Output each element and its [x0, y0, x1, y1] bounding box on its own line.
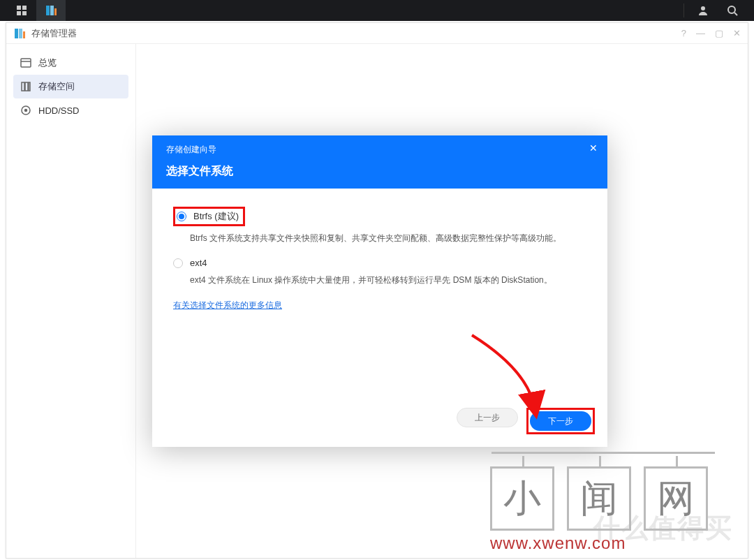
- svg-rect-5: [50, 6, 54, 15]
- storage-icon: [20, 81, 31, 92]
- svg-rect-2: [17, 11, 21, 15]
- close-icon[interactable]: ✕: [733, 28, 741, 38]
- dialog-close-icon[interactable]: ✕: [589, 142, 598, 154]
- os-taskbar: [0, 0, 754, 21]
- svg-rect-17: [29, 82, 30, 91]
- option-description: Btrfs 文件系统支持共享文件夹快照和复制、共享文件夹空间配额、高级数据完整性…: [190, 232, 586, 245]
- overview-icon: [20, 57, 31, 68]
- radio-label: ext4: [190, 258, 207, 268]
- annotation-highlight-btrfs: Btrfs (建议): [173, 207, 245, 226]
- radio-option-btrfs[interactable]: Btrfs (建议): [177, 210, 239, 223]
- annotation-highlight-next: 下一步: [526, 408, 595, 434]
- svg-point-8: [728, 6, 735, 13]
- window-titlebar: 存储管理器 ? — ▢ ✕: [6, 23, 748, 44]
- svg-rect-3: [22, 11, 27, 15]
- radio-icon: [177, 212, 186, 221]
- svg-point-19: [25, 110, 27, 112]
- sidebar-item-label: 总览: [38, 57, 57, 69]
- dialog-header: 存储创建向导 选择文件系统 ✕: [152, 135, 607, 189]
- taskbar-app-storage-manager[interactable]: [36, 0, 66, 21]
- sidebar-item-storage[interactable]: 存储空间: [13, 75, 128, 98]
- apps-menu-icon[interactable]: [7, 0, 36, 21]
- maximize-icon[interactable]: ▢: [715, 28, 723, 38]
- svg-rect-0: [17, 6, 21, 10]
- svg-rect-1: [22, 6, 27, 10]
- svg-rect-13: [21, 59, 31, 67]
- sidebar-item-hdd-ssd[interactable]: HDD/SSD: [13, 98, 128, 122]
- svg-rect-10: [15, 29, 18, 38]
- minimize-icon[interactable]: —: [696, 28, 705, 38]
- more-info-link[interactable]: 有关选择文件系统的更多信息: [173, 300, 282, 310]
- sidebar: 总览 存储空间 HDD/SSD: [6, 44, 136, 558]
- watermark-background-text: 什么值得买: [593, 510, 733, 546]
- previous-button[interactable]: 上一步: [457, 408, 518, 427]
- svg-rect-16: [25, 82, 28, 91]
- svg-rect-12: [23, 31, 25, 38]
- user-icon[interactable]: [688, 0, 718, 21]
- svg-rect-4: [46, 6, 50, 15]
- dialog-footer: 上一步 下一步: [152, 399, 607, 447]
- sidebar-item-label: HDD/SSD: [38, 105, 80, 116]
- wizard-name: 存储创建向导: [166, 144, 593, 156]
- svg-line-9: [734, 13, 737, 15]
- next-button[interactable]: 下一步: [530, 411, 591, 431]
- radio-icon: [173, 258, 183, 268]
- sidebar-item-overview[interactable]: 总览: [13, 51, 128, 75]
- help-icon[interactable]: ?: [681, 28, 686, 38]
- window-app-icon: [13, 27, 26, 40]
- hdd-icon: [20, 105, 31, 116]
- svg-rect-6: [54, 8, 57, 15]
- storage-creation-wizard-dialog: 存储创建向导 选择文件系统 ✕ Btrfs (建议) Btrfs 文件系统支持共…: [152, 135, 607, 447]
- svg-point-7: [701, 6, 705, 10]
- search-icon[interactable]: [718, 0, 747, 21]
- svg-rect-15: [22, 82, 24, 91]
- dialog-body: Btrfs (建议) Btrfs 文件系统支持共享文件夹快照和复制、共享文件夹空…: [152, 189, 607, 399]
- window-title: 存储管理器: [31, 27, 681, 40]
- radio-label: Btrfs (建议): [193, 210, 239, 223]
- taskbar-divider: [683, 3, 684, 17]
- svg-rect-11: [19, 29, 22, 38]
- sidebar-item-label: 存储空间: [38, 80, 75, 93]
- option-description: ext4 文件系统在 Linux 操作系统中大量使用，并可轻松移转到运行早先 D…: [190, 274, 586, 287]
- dialog-title: 选择文件系统: [166, 164, 593, 179]
- radio-option-ext4[interactable]: ext4: [173, 258, 586, 268]
